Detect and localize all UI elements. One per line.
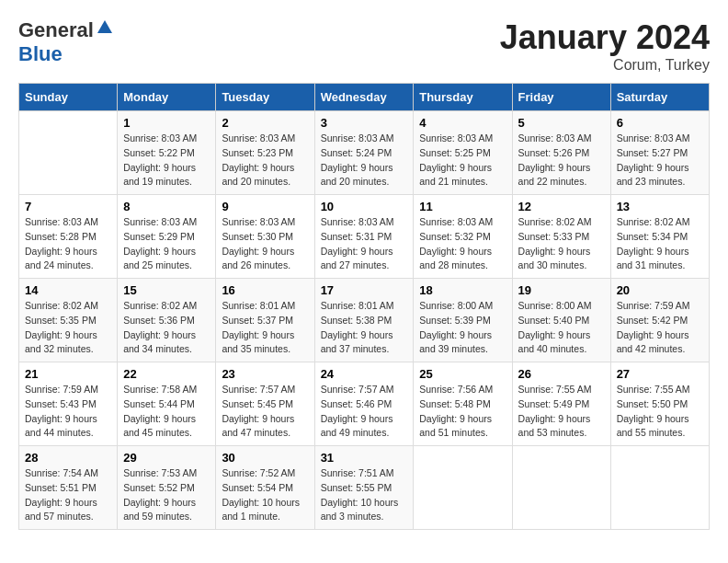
day-detail: Sunrise: 7:59 AMSunset: 5:42 PMDaylight:… [617,299,703,357]
day-number: 29 [123,451,210,465]
calendar-cell: 18Sunrise: 8:00 AMSunset: 5:39 PMDayligh… [414,279,512,362]
day-detail: Sunrise: 8:01 AMSunset: 5:37 PMDaylight:… [222,299,308,357]
day-number: 11 [419,200,506,213]
day-detail: Sunrise: 8:02 AMSunset: 5:36 PMDaylight:… [123,299,210,357]
day-detail: Sunrise: 7:54 AMSunset: 5:51 PMDaylight:… [25,466,111,524]
day-detail: Sunrise: 8:01 AMSunset: 5:38 PMDaylight:… [321,299,408,357]
calendar-title: January 2024 [500,18,710,57]
calendar-cell: 30Sunrise: 7:52 AMSunset: 5:54 PMDayligh… [216,446,314,530]
week-row-5: 28Sunrise: 7:54 AMSunset: 5:51 PMDayligh… [19,446,710,530]
logo-general: General [18,18,94,42]
day-number: 17 [321,283,408,297]
day-detail: Sunrise: 8:02 AMSunset: 5:33 PMDaylight:… [518,215,605,273]
calendar-cell: 14Sunrise: 8:02 AMSunset: 5:35 PMDayligh… [19,279,118,362]
svg-marker-0 [97,20,112,33]
week-row-3: 14Sunrise: 8:02 AMSunset: 5:35 PMDayligh… [19,279,710,362]
day-number: 24 [321,367,408,381]
calendar-table: SundayMondayTuesdayWednesdayThursdayFrid… [18,83,710,530]
calendar-cell [610,446,709,530]
week-row-4: 21Sunrise: 7:59 AMSunset: 5:43 PMDayligh… [19,362,710,446]
calendar-cell: 4Sunrise: 8:03 AMSunset: 5:25 PMDaylight… [414,111,512,195]
weekday-header-tuesday: Tuesday [216,84,314,111]
day-number: 2 [222,116,308,130]
day-number: 20 [617,283,703,297]
day-detail: Sunrise: 7:55 AMSunset: 5:50 PMDaylight:… [617,383,703,441]
week-row-1: 1Sunrise: 8:03 AMSunset: 5:22 PMDaylight… [19,111,710,195]
day-detail: Sunrise: 7:57 AMSunset: 5:46 PMDaylight:… [321,383,408,441]
day-detail: Sunrise: 8:02 AMSunset: 5:35 PMDaylight:… [25,299,111,357]
day-detail: Sunrise: 7:55 AMSunset: 5:49 PMDaylight:… [518,383,605,441]
day-number: 23 [222,367,308,381]
day-detail: Sunrise: 8:00 AMSunset: 5:39 PMDaylight:… [419,299,506,357]
weekday-header-sunday: Sunday [19,84,118,111]
calendar-cell: 6Sunrise: 8:03 AMSunset: 5:27 PMDaylight… [610,111,709,195]
day-number: 26 [518,367,605,381]
day-number: 6 [617,116,703,130]
week-row-2: 7Sunrise: 8:03 AMSunset: 5:28 PMDaylight… [19,195,710,279]
weekday-header-wednesday: Wednesday [314,84,414,111]
day-number: 14 [25,283,111,297]
day-number: 5 [518,116,605,130]
calendar-cell: 26Sunrise: 7:55 AMSunset: 5:49 PMDayligh… [512,362,610,446]
day-detail: Sunrise: 8:03 AMSunset: 5:32 PMDaylight:… [419,215,506,273]
day-detail: Sunrise: 7:51 AMSunset: 5:55 PMDaylight:… [321,466,408,524]
day-detail: Sunrise: 8:03 AMSunset: 5:29 PMDaylight:… [123,215,210,273]
day-number: 31 [321,451,408,465]
calendar-cell: 2Sunrise: 8:03 AMSunset: 5:23 PMDaylight… [216,111,314,195]
calendar-cell: 1Sunrise: 8:03 AMSunset: 5:22 PMDaylight… [118,111,216,195]
calendar-cell: 22Sunrise: 7:58 AMSunset: 5:44 PMDayligh… [118,362,216,446]
calendar-cell: 24Sunrise: 7:57 AMSunset: 5:46 PMDayligh… [314,362,414,446]
day-detail: Sunrise: 7:57 AMSunset: 5:45 PMDaylight:… [222,383,308,441]
day-number: 10 [321,200,408,213]
calendar-cell: 21Sunrise: 7:59 AMSunset: 5:43 PMDayligh… [19,362,118,446]
title-area: January 2024 Corum, Turkey [500,18,710,74]
day-detail: Sunrise: 7:53 AMSunset: 5:52 PMDaylight:… [123,466,210,524]
day-detail: Sunrise: 8:03 AMSunset: 5:26 PMDaylight:… [518,132,605,190]
day-number: 16 [222,283,308,297]
day-detail: Sunrise: 8:00 AMSunset: 5:40 PMDaylight:… [518,299,605,357]
calendar-cell: 7Sunrise: 8:03 AMSunset: 5:28 PMDaylight… [19,195,118,279]
calendar-cell: 17Sunrise: 8:01 AMSunset: 5:38 PMDayligh… [314,279,414,362]
calendar-cell [512,446,610,530]
calendar-cell: 8Sunrise: 8:03 AMSunset: 5:29 PMDaylight… [118,195,216,279]
calendar-cell [414,446,512,530]
calendar-cell [19,111,118,195]
logo-icon [96,18,112,35]
day-number: 8 [123,200,210,213]
logo: General Blue [18,18,112,66]
calendar-cell: 16Sunrise: 8:01 AMSunset: 5:37 PMDayligh… [216,279,314,362]
calendar-cell: 25Sunrise: 7:56 AMSunset: 5:48 PMDayligh… [414,362,512,446]
day-detail: Sunrise: 8:03 AMSunset: 5:25 PMDaylight:… [419,132,506,190]
calendar-cell: 19Sunrise: 8:00 AMSunset: 5:40 PMDayligh… [512,279,610,362]
calendar-cell: 29Sunrise: 7:53 AMSunset: 5:52 PMDayligh… [118,446,216,530]
logo-blue: Blue [18,42,63,66]
calendar-cell: 11Sunrise: 8:03 AMSunset: 5:32 PMDayligh… [414,195,512,279]
day-number: 7 [25,200,111,213]
day-number: 3 [321,116,408,130]
day-number: 9 [222,200,308,213]
weekday-header-thursday: Thursday [414,84,512,111]
day-number: 13 [617,200,703,213]
calendar-cell: 20Sunrise: 7:59 AMSunset: 5:42 PMDayligh… [610,279,709,362]
day-number: 30 [222,451,308,465]
day-detail: Sunrise: 8:03 AMSunset: 5:31 PMDaylight:… [321,215,408,273]
calendar-cell: 31Sunrise: 7:51 AMSunset: 5:55 PMDayligh… [314,446,414,530]
day-detail: Sunrise: 8:03 AMSunset: 5:22 PMDaylight:… [123,132,210,190]
weekday-header-monday: Monday [118,84,216,111]
calendar-cell: 23Sunrise: 7:57 AMSunset: 5:45 PMDayligh… [216,362,314,446]
calendar-cell: 27Sunrise: 7:55 AMSunset: 5:50 PMDayligh… [610,362,709,446]
day-detail: Sunrise: 8:03 AMSunset: 5:30 PMDaylight:… [222,215,308,273]
calendar-cell: 13Sunrise: 8:02 AMSunset: 5:34 PMDayligh… [610,195,709,279]
day-detail: Sunrise: 7:58 AMSunset: 5:44 PMDaylight:… [123,383,210,441]
weekday-header-saturday: Saturday [610,84,709,111]
calendar-cell: 9Sunrise: 8:03 AMSunset: 5:30 PMDaylight… [216,195,314,279]
day-number: 27 [617,367,703,381]
day-number: 4 [419,116,506,130]
day-number: 1 [123,116,210,130]
day-detail: Sunrise: 8:03 AMSunset: 5:23 PMDaylight:… [222,132,308,190]
calendar-cell: 28Sunrise: 7:54 AMSunset: 5:51 PMDayligh… [19,446,118,530]
weekday-header-friday: Friday [512,84,610,111]
calendar-cell: 5Sunrise: 8:03 AMSunset: 5:26 PMDaylight… [512,111,610,195]
day-number: 21 [25,367,111,381]
calendar-subtitle: Corum, Turkey [500,57,710,74]
